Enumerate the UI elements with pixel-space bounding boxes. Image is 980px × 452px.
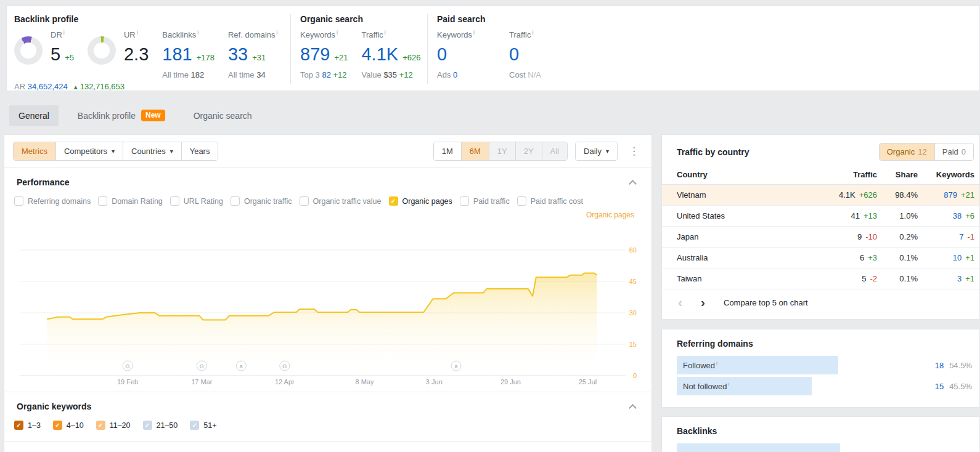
performance-chart-area: Organic pages 015304560GGaGa19 Feb17 Mar…	[4, 208, 651, 388]
info-icon	[729, 381, 730, 387]
countries-dropdown[interactable]: Countries	[123, 142, 182, 160]
compare-top5-link[interactable]: Compare top 5 on chart	[724, 298, 808, 307]
checkbox-icon	[231, 196, 240, 206]
svg-text:60: 60	[629, 246, 637, 254]
sub-label: Top 3	[300, 70, 320, 79]
bar-value[interactable]: 15	[935, 382, 944, 391]
svg-text:25 Jul: 25 Jul	[579, 378, 597, 385]
chart-legend: Organic pages	[586, 211, 634, 219]
sub-value[interactable]: 0	[453, 70, 457, 79]
backlink-profile-section: Backlink profile DR 5+5 UR 2.3 Backlinks…	[7, 14, 290, 84]
bar-label-text: Followed	[683, 361, 715, 370]
chart-toolbar: Metrics Competitors Countries Years 1M 6…	[4, 135, 651, 168]
table-row-japan: Japan 9-10 0.2% 7-1	[662, 227, 979, 248]
metric-label: Traffic	[361, 30, 383, 39]
checkbox-icon	[517, 196, 526, 206]
sub-delta: +12	[399, 70, 413, 79]
svg-text:G: G	[282, 363, 287, 369]
organic-traffic-metric: Traffic 4.1K+626 Value $35 +12	[361, 30, 420, 79]
col-share: Share	[877, 170, 918, 179]
organic-keywords-section: Organic keywords 1–3 4–10 11–20 21–50 51…	[4, 392, 651, 442]
section-title: Paid search	[437, 14, 563, 24]
range-6m-button[interactable]: 6M	[462, 142, 489, 160]
checkbox-organic-traffic[interactable]: Organic traffic	[231, 196, 292, 206]
chevron-down-icon	[170, 148, 173, 155]
checkbox-pos-11-20[interactable]: 11–20	[96, 421, 131, 430]
sub-value[interactable]: 82	[322, 70, 330, 79]
checkbox-paid-traffic-cost[interactable]: Paid traffic cost	[517, 196, 583, 206]
svg-text:17 Mar: 17 Mar	[191, 378, 213, 385]
paid-search-section: Paid search Keywords 0 Ads 0 Traffic 0 C…	[427, 14, 563, 84]
tab-backlink-profile[interactable]: Backlink profileNew	[68, 104, 174, 127]
bar-value[interactable]: 18	[935, 361, 944, 370]
checkbox-pos-4-10[interactable]: 4–10	[53, 421, 84, 430]
section-title: Organic search	[300, 14, 427, 24]
checkbox-pos-51plus[interactable]: 51+	[190, 421, 216, 430]
sub-label: All time	[228, 70, 255, 79]
metric-delta: +626	[402, 45, 420, 71]
metric-value[interactable]: 879	[300, 41, 330, 67]
kebab-menu-icon[interactable]	[625, 145, 643, 158]
metric-value[interactable]: 0	[509, 41, 519, 67]
metric-delta: +21	[334, 45, 348, 71]
ar-delta: 132,716,653	[80, 82, 125, 91]
years-button[interactable]: Years	[182, 142, 218, 160]
checkbox-icon	[53, 421, 62, 430]
checkbox-referring-domains[interactable]: Referring domains	[14, 196, 91, 206]
daily-dropdown[interactable]: Daily	[576, 142, 617, 160]
traffic-by-country-card: Traffic by country Organic12 Paid0 Count…	[661, 134, 980, 320]
svg-text:3 Jun: 3 Jun	[426, 378, 443, 385]
sub-label: Cost	[509, 70, 526, 79]
collapse-chevron-icon[interactable]	[629, 180, 637, 188]
competitors-dropdown[interactable]: Competitors	[56, 142, 123, 160]
svg-text:45: 45	[629, 278, 637, 285]
range-1m-button[interactable]: 1M	[434, 142, 462, 160]
metric-value[interactable]: 4.1K	[361, 41, 398, 67]
checkbox-organic-traffic-value[interactable]: Organic traffic value	[300, 196, 382, 206]
metric-value[interactable]: 0	[437, 41, 447, 67]
metric-label: Ref. domains	[228, 30, 276, 39]
tab-general[interactable]: General	[9, 105, 59, 126]
metric-delta: +31	[252, 45, 266, 71]
section-divider	[4, 441, 651, 442]
checkbox-paid-traffic[interactable]: Paid traffic	[460, 196, 510, 206]
metrics-button[interactable]: Metrics	[14, 142, 56, 160]
metric-value[interactable]: 181	[162, 41, 192, 67]
metric-label: Keywords	[300, 30, 335, 39]
tab-organic-search[interactable]: Organic search	[184, 105, 261, 126]
performance-chart: 015304560GGaGa19 Feb17 Mar12 Apr8 May3 J…	[20, 223, 639, 388]
referring-domains-title: Referring domains	[677, 339, 973, 349]
ur-metric: UR 2.3	[124, 30, 149, 68]
metric-label: Keywords	[437, 30, 472, 39]
collapse-chevron-icon[interactable]	[629, 404, 637, 412]
info-icon	[197, 30, 198, 36]
range-2y-button: 2Y	[516, 142, 542, 160]
info-icon	[532, 30, 533, 36]
checkbox-icon	[460, 196, 469, 206]
info-icon	[137, 30, 138, 36]
tab-label: Backlink profile	[78, 111, 136, 121]
checkbox-pos-21-50[interactable]: 21–50	[143, 421, 178, 430]
backlinks-title: Backlinks	[677, 426, 973, 436]
col-traffic: Traffic	[813, 170, 877, 179]
svg-text:a: a	[240, 363, 243, 369]
performance-metric-checkboxes: Referring domains Domain Rating URL Rati…	[4, 187, 651, 208]
organic-toggle[interactable]: Organic12	[880, 143, 934, 160]
info-icon	[385, 30, 386, 36]
overview-chart-card: Metrics Competitors Countries Years 1M 6…	[4, 134, 652, 452]
svg-text:G: G	[126, 363, 130, 369]
organic-paid-toggle: Organic12 Paid0	[879, 143, 974, 161]
checkbox-organic-pages[interactable]: Organic pages	[389, 196, 452, 206]
metric-value[interactable]: 33	[228, 41, 248, 67]
next-page-icon[interactable]: ›	[701, 297, 705, 308]
checkbox-domain-rating[interactable]: Domain Rating	[98, 196, 163, 206]
metric-delta: +5	[65, 45, 74, 71]
checkbox-url-rating[interactable]: URL Rating	[170, 196, 223, 206]
checkbox-pos-1-3[interactable]: 1–3	[14, 421, 41, 430]
tab-label: Organic search	[194, 111, 252, 121]
range-all-button: All	[542, 142, 567, 160]
ar-value-link[interactable]: 34,652,424	[28, 82, 68, 91]
ref-domains-metric: Ref. domains 33+31 All time 34	[228, 30, 278, 79]
paid-toggle[interactable]: Paid0	[934, 143, 973, 160]
backlinks-card: Backlinks	[661, 416, 980, 452]
